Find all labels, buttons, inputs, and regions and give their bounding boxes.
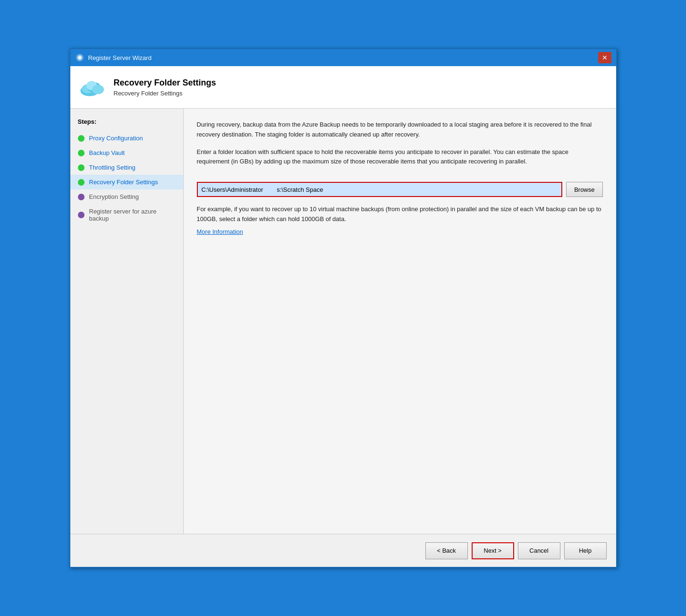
description-text-1: During recovery, backup data from the Az… xyxy=(197,120,603,140)
sidebar-item-proxy-configuration[interactable]: Proxy Configuration xyxy=(70,131,183,145)
main-content: During recovery, backup data from the Az… xyxy=(184,109,616,534)
next-button[interactable]: Next > xyxy=(472,542,514,559)
sidebar-item-register-server[interactable]: Register server for azure backup xyxy=(70,204,183,226)
help-button[interactable]: Help xyxy=(564,542,607,559)
sidebar-item-label: Throttling Setting xyxy=(89,164,136,171)
header-subtitle: Recovery Folder Settings xyxy=(114,90,216,97)
window-title: Register Server Wizard xyxy=(88,54,152,61)
sidebar: Steps: Proxy Configuration Backup Vault … xyxy=(70,109,184,534)
more-info-link[interactable]: More Information xyxy=(197,228,603,235)
folder-path-input[interactable] xyxy=(197,182,563,197)
sidebar-item-label: Recovery Folder Settings xyxy=(89,179,158,186)
title-bar-left: Register Server Wizard xyxy=(75,53,152,62)
sidebar-item-throttling-setting[interactable]: Throttling Setting xyxy=(70,160,183,175)
header-area: Recovery Folder Settings Recovery Folder… xyxy=(70,66,616,109)
content-area: Steps: Proxy Configuration Backup Vault … xyxy=(70,109,616,534)
app-icon xyxy=(75,53,85,62)
footer: < Back Next > Cancel Help xyxy=(70,534,616,567)
svg-point-7 xyxy=(92,85,103,94)
sidebar-item-recovery-folder-settings[interactable]: Recovery Folder Settings xyxy=(70,175,183,189)
cancel-button[interactable]: Cancel xyxy=(518,542,560,559)
description-text-2: Enter a folder location with sufficient … xyxy=(197,147,603,167)
steps-label: Steps: xyxy=(70,118,183,131)
close-button[interactable]: ✕ xyxy=(598,52,611,63)
dot-icon xyxy=(78,212,85,218)
sidebar-item-label: Register server for azure backup xyxy=(89,208,176,222)
browse-button[interactable]: Browse xyxy=(566,182,602,197)
wizard-window: Register Server Wizard ✕ Recovery Folder… xyxy=(69,48,617,568)
sidebar-item-backup-vault[interactable]: Backup Vault xyxy=(70,145,183,160)
sidebar-item-encryption-setting[interactable]: Encryption Setting xyxy=(70,189,183,204)
example-text: For example, if you want to recover up t… xyxy=(197,205,603,224)
title-bar: Register Server Wizard ✕ xyxy=(70,49,616,66)
folder-input-row: Browse xyxy=(197,182,603,197)
dot-icon xyxy=(78,179,85,186)
dot-icon xyxy=(78,150,85,156)
header-title: Recovery Folder Settings xyxy=(114,78,216,88)
dot-icon xyxy=(78,164,85,171)
dot-icon xyxy=(78,194,85,200)
header-text: Recovery Folder Settings Recovery Folder… xyxy=(114,78,216,97)
dot-icon xyxy=(78,135,85,142)
svg-point-2 xyxy=(78,57,81,59)
sidebar-item-label: Proxy Configuration xyxy=(89,135,143,142)
back-button[interactable]: < Back xyxy=(425,542,468,559)
sidebar-item-label: Backup Vault xyxy=(89,149,125,156)
cloud-icon xyxy=(80,74,106,101)
sidebar-item-label: Encryption Setting xyxy=(89,193,139,200)
